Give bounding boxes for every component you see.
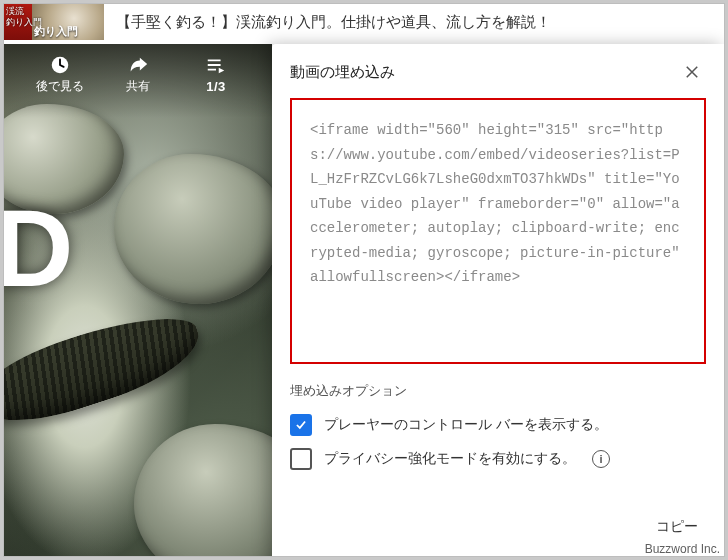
clock-icon: [49, 54, 71, 76]
video-title: 【手堅く釣る！】渓流釣り入門。仕掛けや道具、流し方を解説！: [104, 13, 724, 32]
rock-decoration: [114, 154, 272, 304]
show-controls-label: プレーヤーのコントロール バーを表示する。: [324, 416, 608, 434]
copy-button[interactable]: コピー: [650, 512, 704, 542]
privacy-mode-label: プライバシー強化モードを有効にする。: [324, 450, 576, 468]
check-icon: [294, 418, 308, 432]
channel-letter: D: [4, 184, 73, 311]
embed-popup: 動画の埋め込み <iframe width="560" height="315"…: [272, 44, 724, 556]
share-icon: [127, 54, 149, 76]
watch-later-label: 後で見る: [36, 79, 84, 94]
video-thumbnail[interactable]: 渓流 釣り入門 釣り入門: [4, 4, 104, 40]
playlist-button[interactable]: 1/3: [189, 54, 243, 94]
show-controls-checkbox[interactable]: [290, 414, 312, 436]
info-icon[interactable]: i: [592, 450, 610, 468]
embed-options-heading: 埋め込みオプション: [272, 368, 724, 404]
watch-later-button[interactable]: 後で見る: [33, 54, 87, 94]
thumbnail-red-band: 渓流 釣り入門: [4, 4, 32, 40]
privacy-mode-checkbox[interactable]: [290, 448, 312, 470]
share-label: 共有: [126, 79, 150, 94]
playlist-count: 1/3: [206, 79, 226, 94]
popup-title: 動画の埋め込み: [290, 63, 678, 82]
embed-code-box[interactable]: <iframe width="560" height="315" src="ht…: [290, 98, 706, 364]
close-icon: [683, 63, 701, 81]
brand-watermark: Buzzword Inc.: [645, 542, 720, 556]
video-preview-pane[interactable]: D 後で見る 共有 1/3: [4, 44, 272, 556]
share-button[interactable]: 共有: [111, 54, 165, 94]
playlist-icon: [205, 54, 227, 76]
close-button[interactable]: [678, 58, 706, 86]
thumbnail-subtitle: 釣り入門: [34, 24, 78, 39]
